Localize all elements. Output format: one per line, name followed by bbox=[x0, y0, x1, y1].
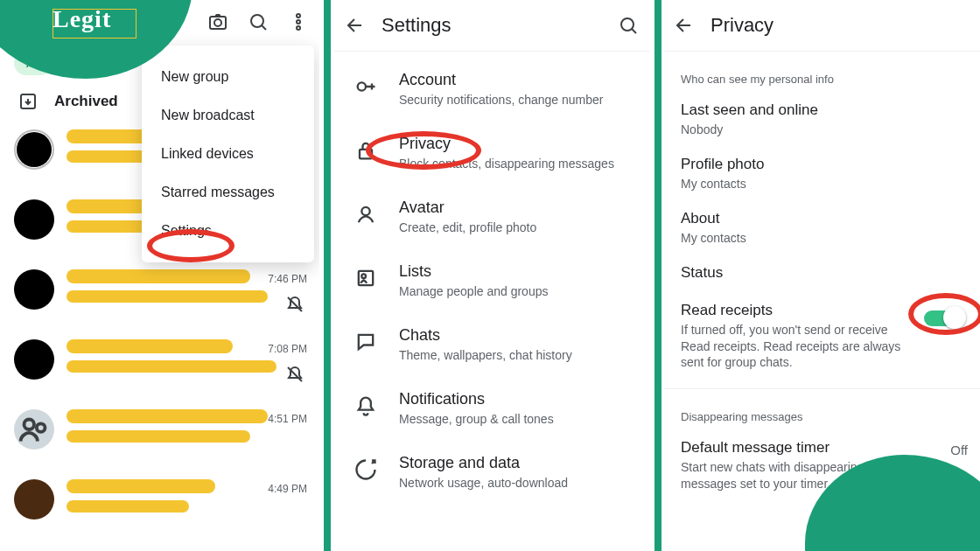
privacy-row-title: Profile photo bbox=[681, 156, 962, 173]
svg-point-7 bbox=[24, 420, 35, 430]
svg-rect-11 bbox=[360, 150, 372, 159]
privacy-header: Privacy bbox=[663, 0, 980, 51]
menu-settings[interactable]: Settings bbox=[142, 212, 314, 250]
settings-row-key[interactable]: AccountSecurity notifications, change nu… bbox=[334, 57, 649, 121]
settings-row-sub: Create, edit, profile photo bbox=[399, 220, 536, 234]
chat-row[interactable]: 7:08 PM bbox=[0, 331, 319, 401]
chat-row[interactable]: 4:49 PM bbox=[0, 471, 319, 541]
muted-icon bbox=[284, 294, 305, 315]
settings-row-title: Lists bbox=[399, 262, 548, 281]
panel-separator bbox=[654, 0, 662, 551]
search-icon[interactable] bbox=[618, 15, 639, 36]
privacy-row-sub: My contacts bbox=[681, 230, 962, 247]
redacted-text bbox=[66, 500, 189, 513]
settings-row-bell[interactable]: NotificationsMessage, group & call tones bbox=[334, 376, 649, 440]
privacy-row[interactable]: Status bbox=[663, 255, 980, 293]
overflow-icon[interactable] bbox=[288, 11, 309, 32]
camera-icon[interactable] bbox=[207, 11, 228, 32]
settings-row-title: Notifications bbox=[399, 390, 554, 408]
svg-point-4 bbox=[297, 20, 300, 24]
privacy-row-title: Last seen and online bbox=[681, 101, 962, 119]
section-disappearing: Disappearing messages bbox=[663, 394, 980, 430]
read-receipts-sub: If turned off, you won't send or receive… bbox=[681, 322, 901, 372]
privacy-row-title: About bbox=[681, 210, 962, 227]
redacted-text bbox=[66, 409, 268, 423]
chat-time: 4:51 PM bbox=[268, 413, 307, 425]
data-icon bbox=[354, 457, 378, 482]
avatar-icon bbox=[354, 202, 378, 227]
menu-linked-devices[interactable]: Linked devices bbox=[142, 135, 314, 173]
settings-row-chats[interactable]: ChatsTheme, wallpapers, chat history bbox=[334, 312, 649, 376]
back-icon[interactable] bbox=[674, 15, 695, 36]
archive-icon bbox=[18, 91, 38, 112]
settings-row-lists[interactable]: ListsManage people and groups bbox=[334, 248, 649, 312]
redacted-text bbox=[66, 360, 276, 373]
key-icon bbox=[354, 74, 378, 99]
redacted-text bbox=[66, 199, 154, 213]
settings-row-sub: Block contacts, disappearing messages bbox=[399, 157, 614, 171]
settings-row-title: Chats bbox=[399, 326, 572, 345]
dmt-title: Default message timer bbox=[681, 439, 919, 457]
menu-new-broadcast[interactable]: New broadcast bbox=[142, 96, 314, 135]
chats-icon bbox=[354, 330, 378, 354]
lock-icon bbox=[354, 138, 378, 163]
dmt-value: Off bbox=[950, 443, 968, 457]
chat-time: 4:49 PM bbox=[268, 483, 307, 495]
menu-new-group[interactable]: New group bbox=[142, 58, 314, 96]
search-icon[interactable] bbox=[248, 11, 269, 32]
avatar bbox=[14, 409, 54, 450]
svg-point-5 bbox=[297, 26, 300, 30]
settings-row-sub: Security notifications, change number bbox=[399, 93, 603, 107]
settings-row-data[interactable]: Storage and dataNetwork usage, auto-down… bbox=[334, 440, 649, 504]
settings-row-avatar[interactable]: AvatarCreate, edit, profile photo bbox=[334, 185, 649, 248]
chat-row[interactable]: 7:46 PM bbox=[0, 261, 319, 331]
redacted-text bbox=[66, 269, 250, 283]
privacy-row[interactable]: AboutMy contacts bbox=[663, 201, 980, 255]
settings-row-title: Avatar bbox=[399, 199, 536, 217]
avatar bbox=[14, 129, 54, 170]
settings-row-title: Storage and data bbox=[399, 454, 568, 472]
muted-icon bbox=[284, 364, 305, 385]
settings-row-title: Account bbox=[399, 71, 603, 89]
settings-row-sub: Manage people and groups bbox=[399, 284, 548, 298]
avatar bbox=[14, 339, 54, 380]
settings-row-title: Privacy bbox=[399, 135, 614, 153]
chat-row[interactable]: 4:51 PM bbox=[0, 401, 319, 471]
privacy-row[interactable]: Profile photoMy contacts bbox=[663, 147, 980, 201]
redacted-text bbox=[66, 290, 268, 303]
settings-row-sub: Network usage, auto-download bbox=[399, 476, 568, 490]
svg-point-2 bbox=[251, 15, 263, 27]
section-personal-info: Who can see my personal info bbox=[663, 57, 980, 93]
redacted-text bbox=[66, 339, 233, 353]
redacted-text bbox=[66, 430, 250, 443]
read-receipts-title: Read receipts bbox=[681, 302, 901, 319]
bell-icon bbox=[354, 394, 378, 418]
back-icon[interactable] bbox=[345, 15, 366, 36]
privacy-row[interactable]: Last seen and onlineNobody bbox=[663, 93, 980, 147]
settings-title: Settings bbox=[382, 14, 452, 37]
svg-point-9 bbox=[621, 18, 634, 31]
svg-point-3 bbox=[297, 14, 300, 17]
settings-row-sub: Message, group & call tones bbox=[399, 412, 554, 426]
privacy-title: Privacy bbox=[710, 14, 774, 37]
read-receipts-toggle[interactable] bbox=[920, 305, 968, 331]
svg-point-10 bbox=[358, 82, 366, 90]
panel-chats: All Unread F Archived bbox=[0, 0, 319, 551]
brand-logo: Legit bbox=[52, 5, 111, 33]
settings-row-sub: Theme, wallpapers, chat history bbox=[399, 348, 572, 362]
avatar bbox=[14, 479, 54, 520]
panel-separator bbox=[324, 0, 331, 551]
svg-point-12 bbox=[361, 207, 369, 215]
menu-starred[interactable]: Starred messages bbox=[142, 173, 314, 212]
svg-point-14 bbox=[361, 274, 366, 278]
privacy-row-sub: My contacts bbox=[681, 176, 962, 192]
svg-point-8 bbox=[37, 423, 46, 432]
avatar bbox=[14, 269, 54, 310]
overflow-menu: New group New broadcast Linked devices S… bbox=[142, 45, 314, 262]
redacted-text bbox=[66, 479, 215, 493]
settings-row-lock[interactable]: PrivacyBlock contacts, disappearing mess… bbox=[334, 121, 649, 185]
chat-time: 7:08 PM bbox=[268, 343, 307, 355]
row-read-receipts[interactable]: Read receipts If turned off, you won't s… bbox=[663, 293, 980, 380]
chat-time: 7:46 PM bbox=[268, 273, 307, 285]
settings-header: Settings bbox=[334, 0, 649, 51]
